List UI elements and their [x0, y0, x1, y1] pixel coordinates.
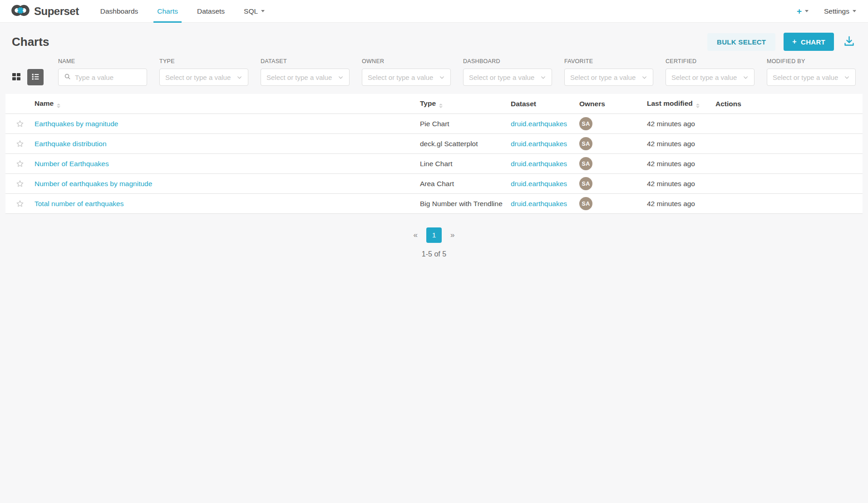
chart-name-link[interactable]: Earthquakes by magnitude	[35, 120, 118, 128]
owner-avatar[interactable]: SA	[579, 177, 592, 190]
pagination-summary: 1-5 of 5	[0, 250, 868, 258]
new-item-menu[interactable]: +	[797, 7, 809, 15]
grid-icon	[11, 71, 22, 84]
filter-modified-by: MODIFIED BY Select or type a value	[767, 58, 856, 86]
name-filter-input[interactable]	[75, 74, 141, 81]
dashboard-filter-select[interactable]: Select or type a value	[463, 69, 552, 86]
list-icon	[30, 72, 40, 83]
column-header-type[interactable]: Type	[420, 99, 511, 108]
owner-avatar[interactable]: SA	[579, 197, 592, 210]
dataset-link[interactable]: druid.earthquakes	[511, 180, 567, 187]
filter-certified: CERTIFIED Select or type a value	[666, 58, 755, 86]
filter-label: FAVORITE	[564, 58, 653, 64]
chevron-down-icon	[844, 74, 850, 80]
owner-avatar[interactable]: SA	[579, 137, 592, 150]
nav-tab-sql[interactable]: SQL	[234, 0, 274, 22]
favorite-star-icon[interactable]	[15, 139, 25, 148]
pagination-next-button[interactable]: »	[447, 229, 458, 242]
nav-tab-charts[interactable]: Charts	[148, 0, 187, 22]
dataset-link[interactable]: druid.earthquakes	[511, 160, 567, 168]
column-header-owners: Owners	[579, 100, 647, 108]
table-row: Number of earthquakes by magnitude Area …	[5, 174, 863, 194]
main-nav: Dashboards Charts Datasets SQL	[91, 0, 274, 22]
settings-menu[interactable]: Settings	[824, 7, 856, 15]
filter-label: CERTIFIED	[666, 58, 755, 64]
chevron-down-icon	[743, 74, 749, 80]
filter-name: NAME	[58, 58, 147, 86]
modified-by-filter-select[interactable]: Select or type a value	[767, 69, 856, 86]
sort-icon	[57, 104, 60, 108]
last-modified: 42 minutes ago	[647, 200, 715, 208]
chevron-down-icon	[540, 74, 546, 80]
last-modified: 42 minutes ago	[647, 140, 715, 148]
chevron-down-icon	[641, 74, 647, 80]
owner-avatar[interactable]: SA	[579, 117, 592, 130]
chart-name-link[interactable]: Earthquake distribution	[35, 140, 107, 148]
superset-logo[interactable]: Superset	[11, 0, 79, 22]
download-icon	[843, 35, 855, 49]
owner-filter-select[interactable]: Select or type a value	[362, 69, 451, 86]
favorite-star-icon[interactable]	[15, 119, 25, 128]
filter-dashboard: DASHBOARD Select or type a value	[463, 58, 552, 86]
bulk-select-button[interactable]: BULK SELECT	[707, 33, 775, 51]
brand-name: Superset	[34, 5, 79, 18]
filter-owner: OWNER Select or type a value	[362, 58, 451, 86]
table-row: Earthquake distribution deck.gl Scatterp…	[5, 134, 863, 154]
column-header-last-modified[interactable]: Last modified	[647, 99, 715, 108]
export-charts-button[interactable]	[842, 34, 856, 49]
favorite-star-icon[interactable]	[15, 159, 25, 168]
dataset-filter-select[interactable]: Select or type a value	[261, 69, 350, 86]
header-actions: BULK SELECT + CHART	[707, 33, 856, 51]
chart-type: Pie Chart	[420, 120, 511, 128]
type-filter-select[interactable]: Select or type a value	[159, 69, 248, 86]
top-navbar: Superset Dashboards Charts Datasets SQL …	[0, 0, 868, 23]
sort-icon	[439, 104, 443, 108]
chart-type: deck.gl Scatterplot	[420, 140, 511, 148]
page-title: Charts	[12, 35, 49, 49]
card-view-toggle[interactable]	[8, 69, 25, 85]
dataset-link[interactable]: druid.earthquakes	[511, 140, 567, 148]
chart-name-link[interactable]: Number of earthquakes by magnitude	[35, 180, 152, 187]
chart-type: Line Chart	[420, 160, 511, 168]
filter-dataset: DATASET Select or type a value	[261, 58, 350, 86]
pagination-page-1[interactable]: 1	[426, 227, 442, 243]
favorite-star-icon[interactable]	[15, 199, 25, 208]
new-chart-button[interactable]: + CHART	[784, 33, 834, 51]
search-icon	[64, 73, 71, 81]
chevron-down-icon	[261, 10, 265, 12]
chart-name-link[interactable]: Total number of earthquakes	[35, 200, 123, 207]
filter-label: MODIFIED BY	[767, 58, 856, 64]
table-row: Number of Earthquakes Line Chart druid.e…	[5, 154, 863, 174]
name-search-box	[58, 69, 147, 86]
chart-type: Big Number with Trendline	[420, 200, 511, 208]
column-header-name[interactable]: Name	[35, 99, 420, 108]
navbar-right: + Settings	[797, 0, 856, 22]
dataset-link[interactable]: druid.earthquakes	[511, 120, 567, 128]
plus-icon: +	[797, 7, 802, 15]
filter-label: DASHBOARD	[463, 58, 552, 64]
filter-type: TYPE Select or type a value	[159, 58, 248, 86]
owner-avatar[interactable]: SA	[579, 157, 592, 170]
superset-charts-page: Superset Dashboards Charts Datasets SQL …	[0, 0, 868, 503]
filter-label: OWNER	[362, 58, 451, 64]
filter-label: DATASET	[261, 58, 350, 64]
filter-bar: NAME TYPE Select or type a value DATASE	[0, 57, 868, 94]
last-modified: 42 minutes ago	[647, 160, 715, 168]
page-header: Charts BULK SELECT + CHART	[0, 23, 868, 57]
nav-tab-datasets[interactable]: Datasets	[187, 0, 234, 22]
certified-filter-select[interactable]: Select or type a value	[666, 69, 755, 86]
nav-tab-dashboards[interactable]: Dashboards	[91, 0, 148, 22]
chevron-down-icon	[805, 10, 809, 12]
last-modified: 42 minutes ago	[647, 120, 715, 128]
chart-name-link[interactable]: Number of Earthquakes	[35, 160, 109, 168]
favorite-filter-select[interactable]: Select or type a value	[564, 69, 653, 86]
dataset-link[interactable]: druid.earthquakes	[511, 200, 567, 207]
plus-icon: +	[792, 38, 797, 46]
list-view-toggle[interactable]	[27, 69, 44, 85]
chevron-down-icon	[853, 10, 856, 12]
chevron-down-icon	[237, 74, 242, 80]
favorite-star-icon[interactable]	[15, 179, 25, 188]
charts-table: Name Type Dataset Owners Last modified A…	[5, 94, 863, 214]
pagination: « 1 »	[0, 227, 868, 243]
pagination-prev-button[interactable]: «	[410, 229, 421, 242]
